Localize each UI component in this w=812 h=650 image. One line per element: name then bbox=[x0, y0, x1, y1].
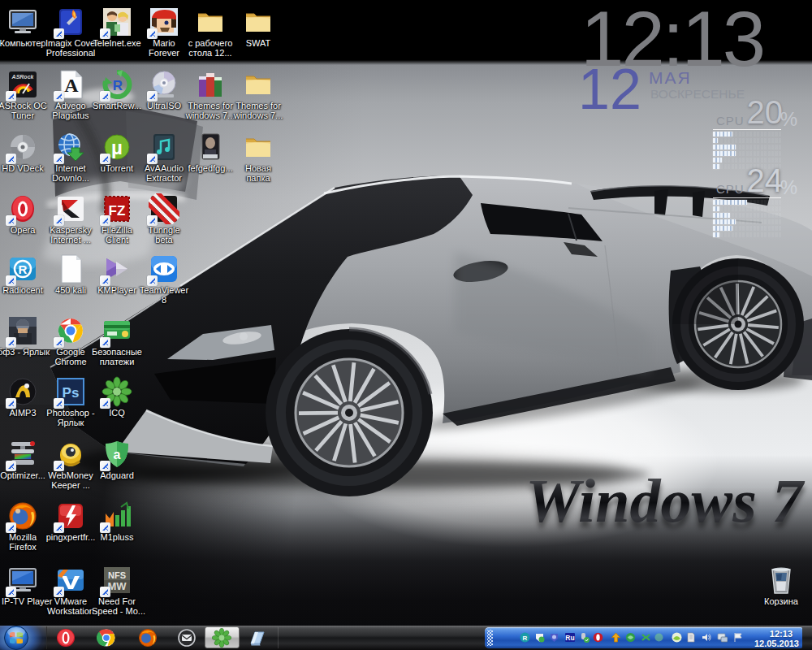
svg-text:FZ: FZ bbox=[109, 203, 126, 219]
svg-text:R: R bbox=[523, 635, 528, 642]
svg-text:A: A bbox=[64, 75, 79, 96]
svg-text:Windows 7: Windows 7 bbox=[525, 466, 805, 535]
svg-text:a: a bbox=[114, 448, 121, 462]
svg-text:MW: MW bbox=[107, 580, 127, 592]
svg-text:NFS: NFS bbox=[108, 570, 126, 580]
svg-text:R: R bbox=[113, 78, 123, 93]
svg-text:µ: µ bbox=[111, 136, 123, 158]
svg-text:Ps: Ps bbox=[63, 385, 80, 401]
svg-text:R: R bbox=[19, 262, 28, 276]
svg-text:Ru: Ru bbox=[565, 634, 574, 642]
svg-text:ASRock: ASRock bbox=[11, 74, 35, 80]
